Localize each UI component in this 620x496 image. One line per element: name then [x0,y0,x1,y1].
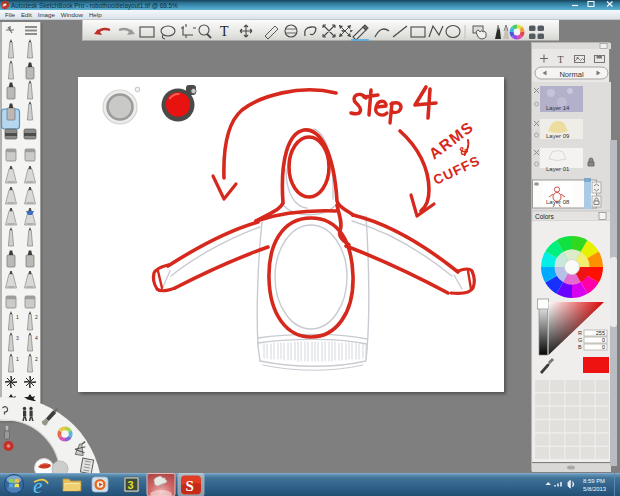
svg-text:R: R [578,330,582,336]
svg-text:T: T [558,54,564,65]
svg-text:Layer 09: Layer 09 [546,133,570,139]
svg-text:S: S [186,478,194,494]
svg-text:2: 2 [35,314,38,320]
svg-text:Colors: Colors [535,213,555,220]
svg-text:G: G [578,337,582,343]
svg-text:T: T [220,24,229,39]
svg-text:255: 255 [596,330,605,336]
svg-text:4: 4 [35,335,38,341]
svg-text:0: 0 [602,344,605,350]
svg-text:3: 3 [16,335,19,341]
svg-text:8:59 PM: 8:59 PM [583,478,605,484]
svg-text:0: 0 [602,337,605,343]
svg-text:1: 1 [16,314,19,320]
svg-text:Layer 08: Layer 08 [546,199,570,205]
svg-text:3: 3 [128,479,134,491]
svg-text:5/8/2013: 5/8/2013 [583,486,607,492]
svg-text:Normal: Normal [559,70,584,79]
svg-text:Layer 01: Layer 01 [546,166,570,172]
svg-text:2: 2 [35,356,38,362]
svg-text:1: 1 [16,356,19,362]
svg-text:B: B [578,344,582,350]
svg-text:Layer 14: Layer 14 [546,105,570,111]
svg-text:e: e [33,474,42,496]
